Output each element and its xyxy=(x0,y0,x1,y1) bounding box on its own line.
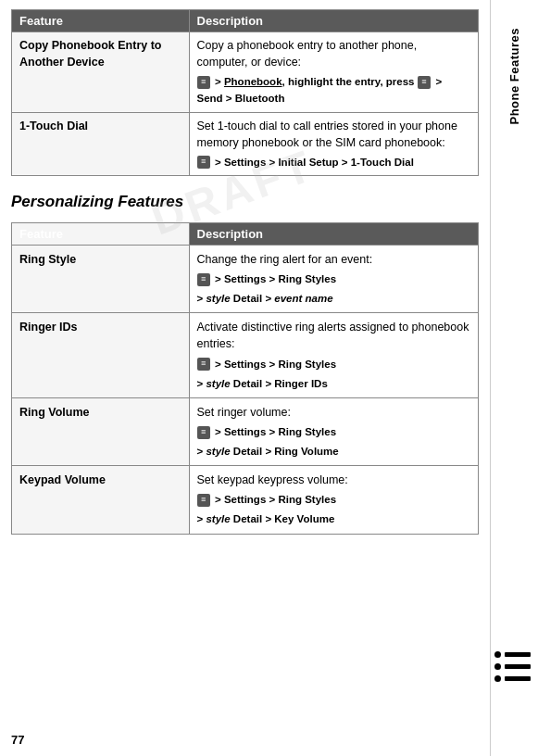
desc-keypad-volume: Set keypad keypress volume: > Settings >… xyxy=(189,466,478,534)
feature-ring-volume: Ring Volume xyxy=(12,397,190,465)
page-number: 77 xyxy=(11,733,24,747)
feature-copy-phonebook: Copy Phonebook Entry to Another Device xyxy=(12,32,190,113)
top-table: Feature Description Copy Phonebook Entry… xyxy=(11,9,479,176)
menu-icon xyxy=(197,494,210,507)
main-content: Feature Description Copy Phonebook Entry… xyxy=(0,0,490,544)
desc-copy-phonebook: Copy a phonebook entry to another phone,… xyxy=(189,32,478,113)
page-container: Feature Description Copy Phonebook Entry… xyxy=(0,0,538,756)
desc-ring-volume: Set ringer volume: > Settings > Ring Sty… xyxy=(189,397,478,465)
table-row: Keypad Volume Set keypad keypress volume… xyxy=(12,466,479,534)
menu-icon xyxy=(197,358,210,371)
menu-icon xyxy=(197,76,210,89)
line-decoration xyxy=(505,652,531,657)
table-row: Copy Phonebook Entry to Another Device C… xyxy=(12,32,479,113)
menu-line-2: > style Detail > Ring Volume xyxy=(197,443,470,460)
desc-text: Change the ring alert for an event: xyxy=(197,253,373,266)
table-row: Ringer IDs Activate distinctive ring ale… xyxy=(12,313,479,398)
table-row: Ring Volume Set ringer volume: > Setting… xyxy=(12,397,479,465)
sidebar-dots xyxy=(494,651,531,682)
menu-line: > Phonebook, highlight the entry, press … xyxy=(197,73,470,107)
dot-row-2 xyxy=(494,663,531,670)
menu-icon xyxy=(197,273,210,286)
feature-ringer-ids: Ringer IDs xyxy=(12,313,190,398)
desc-text: Activate distinctive ring alerts assigne… xyxy=(197,321,469,350)
desc-1touch-dial: Set 1-touch dial to call entries stored … xyxy=(189,112,478,175)
menu-line: > Settings > Ring Styles xyxy=(197,271,470,287)
menu-icon-2 xyxy=(418,76,431,89)
menu-path: > Settings > Ring Styles xyxy=(215,359,336,370)
menu-line-2: > style Detail > Key Volume xyxy=(197,510,470,527)
desc-text: Copy a phonebook entry to another phone,… xyxy=(197,39,418,69)
menu-line-2: > style Detail > Ringer IDs xyxy=(197,375,470,392)
line-decoration xyxy=(505,676,531,681)
line-decoration xyxy=(505,664,531,669)
menu-path: > Settings > Ring Styles xyxy=(215,273,336,284)
menu-path-2: > style Detail > Key Volume xyxy=(197,513,335,524)
desc-text: Set 1-touch dial to call entries stored … xyxy=(197,120,457,149)
dot-row-3 xyxy=(494,675,531,682)
menu-path-2: > style Detail > Ringer IDs xyxy=(197,378,328,389)
features-table-header-description: Description xyxy=(189,222,478,245)
menu-path: > Settings > Ring Styles xyxy=(215,494,336,505)
menu-line: > Settings > Ring Styles xyxy=(197,491,470,508)
menu-icon xyxy=(197,426,210,439)
features-table-header-feature: Feature xyxy=(12,222,190,245)
dot-row-1 xyxy=(494,651,531,658)
desc-text: Set keypad keypress volume: xyxy=(197,473,348,486)
desc-ringer-ids: Activate distinctive ring alerts assigne… xyxy=(189,313,478,398)
menu-line: > Settings > Ring Styles xyxy=(197,423,470,440)
section-heading-personalizing: Personalizing Features xyxy=(11,193,479,211)
menu-line-2: > style Detail > event name xyxy=(197,290,470,307)
table-row: 1-Touch Dial Set 1-touch dial to call en… xyxy=(12,112,479,175)
top-table-header-feature: Feature xyxy=(12,10,190,32)
desc-text: Set ringer volume: xyxy=(197,406,291,419)
feature-1touch-dial: 1-Touch Dial xyxy=(12,112,190,175)
dot xyxy=(494,675,501,682)
dot xyxy=(494,663,501,670)
menu-icon xyxy=(197,156,210,169)
feature-keypad-volume: Keypad Volume xyxy=(12,466,190,534)
top-table-header-description: Description xyxy=(189,10,478,32)
desc-ring-style: Change the ring alert for an event: > Se… xyxy=(189,245,478,312)
menu-path-text: > Settings > Initial Setup > 1-Touch Dia… xyxy=(215,157,414,168)
menu-path: > Settings > Ring Styles xyxy=(215,426,336,437)
table-row: Ring Style Change the ring alert for an … xyxy=(12,245,479,312)
menu-line: > Settings > Initial Setup > 1-Touch Dia… xyxy=(197,154,470,170)
feature-ring-style: Ring Style xyxy=(12,245,190,312)
menu-line: > Settings > Ring Styles xyxy=(197,356,470,372)
right-sidebar: Phone Features xyxy=(490,0,538,756)
menu-path-text: > Phonebook, highlight the entry, press xyxy=(215,76,414,87)
features-table: Feature Description Ring Style Change th… xyxy=(11,222,479,535)
sidebar-phone-features-label: Phone Features xyxy=(507,28,521,125)
dot xyxy=(494,651,501,658)
menu-path-2: > style Detail > event name xyxy=(197,293,333,304)
menu-path-2: > style Detail > Ring Volume xyxy=(197,446,339,457)
